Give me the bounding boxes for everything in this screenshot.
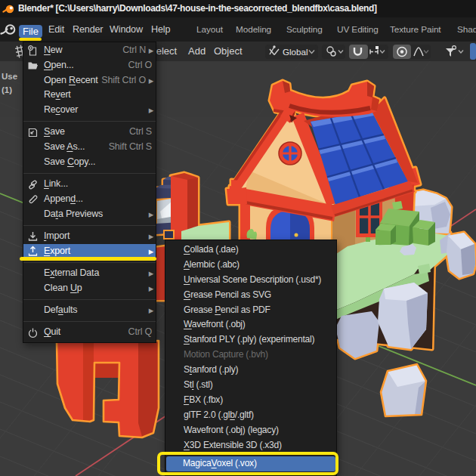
svg-text:Global: Global bbox=[283, 47, 308, 57]
